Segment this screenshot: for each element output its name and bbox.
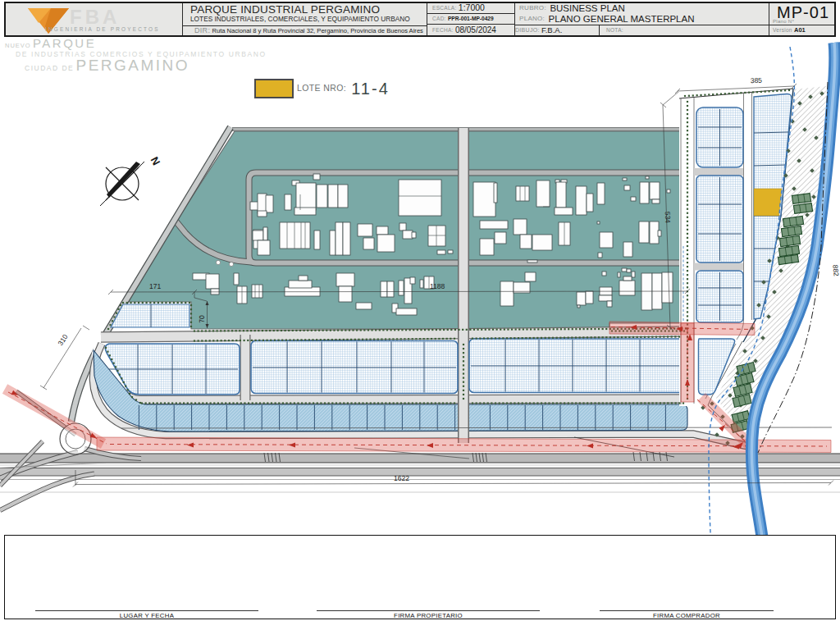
compass-north-arrow: N — [100, 155, 162, 206]
dim-1622: 1622 — [394, 474, 409, 482]
dim-385: 385 — [750, 76, 762, 85]
dim-882: 882 — [831, 264, 840, 276]
dim-171: 171 — [149, 282, 161, 290]
small-lot-block — [111, 304, 189, 327]
compass-north-label: N — [148, 155, 163, 167]
highlighted-lot-11-4[interactable] — [754, 189, 782, 216]
dim-534: 534 — [664, 211, 673, 223]
dim-1188: 1188 — [430, 282, 445, 290]
dim-70: 70 — [198, 315, 206, 323]
signature-comprador: FIRMA COMPRADOR — [600, 610, 774, 620]
signature-lugar-fecha: LUGAR Y FECHA — [35, 610, 258, 620]
signature-propietario: FIRMA PROPIETARIO — [317, 610, 540, 620]
lots-row1 — [105, 339, 684, 395]
signature-box: LUGAR Y FECHA FIRMA PROPIETARIO FIRMA CO… — [4, 535, 836, 619]
dim-310: 310 — [56, 332, 69, 347]
